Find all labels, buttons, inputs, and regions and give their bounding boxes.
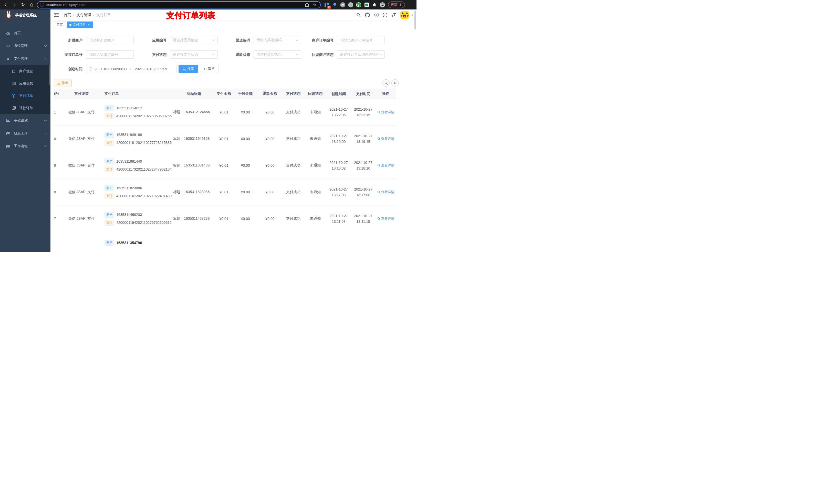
sidebar-item-refund-order[interactable]: 退款订单: [0, 102, 50, 114]
channel-pay-no: 4200001167202110271022491439: [116, 194, 172, 198]
refresh-icon: ↻: [204, 67, 207, 71]
browser-home-icon[interactable]: [29, 2, 34, 7]
filter-label-create-time: 创建时间: [54, 65, 82, 73]
filter-label-refund-status: 退款状态: [221, 50, 250, 58]
filter-label-channel-order-no: 渠道订单号: [54, 50, 82, 58]
search-icon[interactable]: [356, 13, 361, 17]
share-icon[interactable]: [305, 3, 309, 7]
chevron-down-icon: [379, 54, 382, 55]
site-info-icon[interactable]: i: [40, 3, 44, 7]
extension-y-icon[interactable]: y: [356, 2, 361, 7]
top-navbar: 首页 / 支付管理 / 支付订单 支付订单列表 ? TT ▾: [50, 9, 416, 21]
pay-status: 支付成功: [282, 163, 304, 168]
view-details-link[interactable]: 查看详情: [377, 163, 395, 168]
extension-command-icon[interactable]: ⌘: [340, 2, 345, 7]
channel-code-select[interactable]: 请输入渠道编码: [254, 36, 301, 44]
pay-tag: 支付: [104, 220, 114, 225]
view-details-link[interactable]: 查看详情: [377, 110, 395, 115]
sidebar-item-label: 商户信息: [19, 69, 33, 73]
sidebar: 芋道管理系统 首页 ⚙ 系统管理 ¥ 支付管理 商户信息 应用信息: [0, 9, 50, 252]
channel-order-no-input[interactable]: [86, 50, 134, 58]
sidebar-item-workflow[interactable]: 工作流程: [0, 140, 50, 153]
browser-forward-icon[interactable]: [12, 2, 17, 7]
view-details-link[interactable]: 查看详情: [377, 216, 395, 221]
clock-icon: [89, 67, 93, 71]
chevron-down-icon: [212, 54, 215, 55]
tab-home[interactable]: 首页: [54, 22, 65, 28]
sidebar-item-home[interactable]: 首页: [0, 27, 50, 40]
refresh-table-button[interactable]: ↻: [391, 79, 399, 87]
sidebar-item-infra[interactable]: 基础设施: [0, 114, 50, 127]
filter-label-merchant-order-no: 商户订单编号: [302, 36, 334, 44]
channel-pay-no: 4200001173202110272847982104: [116, 167, 172, 171]
sidebar-item-merchant-info[interactable]: 商户信息: [0, 65, 50, 77]
address-bar[interactable]: i localhost:1024/pay/order ☆: [37, 1, 321, 8]
owner-merchant-input[interactable]: [86, 36, 134, 44]
extension-workona-icon[interactable]: 10: [324, 2, 329, 7]
export-button[interactable]: 导出: [54, 79, 72, 87]
filter-label-channel-code: 渠道编码: [221, 36, 250, 44]
gear-icon: ⚙: [6, 44, 10, 48]
sidebar-item-label: 系统管理: [14, 44, 28, 48]
page-scrollbar[interactable]: [414, 10, 416, 29]
chevron-down-icon: [44, 120, 47, 122]
sidebar-item-app-info[interactable]: 应用信息: [0, 77, 50, 90]
refund-status-select[interactable]: 请选择退款状态: [254, 50, 301, 58]
merchant-tag: 商户: [104, 185, 114, 191]
extension-gem-icon[interactable]: [332, 2, 337, 7]
extension-chat-icon[interactable]: [364, 2, 369, 7]
help-icon[interactable]: ?: [374, 13, 379, 17]
sidebar-item-devtools[interactable]: 研发工具: [0, 127, 50, 140]
font-size-icon[interactable]: TT: [392, 13, 396, 18]
shop-icon: [11, 70, 16, 73]
extension-greendot-icon[interactable]: [348, 2, 353, 7]
avatar-caret-icon[interactable]: ▾: [412, 14, 413, 16]
breadcrumb-home[interactable]: 首页: [64, 13, 71, 18]
toggle-search-button[interactable]: [382, 79, 389, 87]
reset-button[interactable]: ↻ 重置: [200, 65, 219, 73]
merchant-order-no: 1635311949168: [116, 133, 142, 137]
app-title: 芋道管理系统: [15, 13, 37, 18]
extensions-puzzle-icon[interactable]: [372, 2, 377, 7]
app-no-select[interactable]: 请选择应用信息: [170, 36, 218, 44]
breadcrumb-pay[interactable]: 支付管理: [77, 13, 91, 18]
browser-back-icon[interactable]: [3, 2, 8, 7]
bookmark-star-icon[interactable]: ☆: [313, 2, 317, 7]
breadcrumb: 首页 / 支付管理 / 支付订单: [64, 13, 111, 18]
callback-status-select[interactable]: 请选择订单回调商户状态: [337, 50, 385, 58]
create-time-range-picker[interactable]: 2021-10-01 00:00:00 - 2021-10-31 23:59:5…: [86, 65, 177, 73]
documents-icon: [11, 106, 16, 110]
table-row: 21 微信 JSAPI 支付 商户1635312124657 支付4200001…: [54, 99, 396, 125]
sidebar-item-system[interactable]: ⚙ 系统管理: [0, 40, 50, 52]
sidebar-item-label: 研发工具: [14, 131, 28, 136]
sidebar-item-label: 应用信息: [19, 81, 33, 86]
sidebar-item-pay[interactable]: ¥ 支付管理: [0, 52, 50, 65]
view-details-link[interactable]: 查看详情: [377, 190, 395, 194]
user-avatar[interactable]: [400, 11, 409, 19]
tags-view-bar: 首页 支付订单 ×: [50, 21, 416, 29]
merchant-order-no-input[interactable]: [337, 36, 385, 44]
browser-toolbar: ↻ i localhost:1024/pay/order ☆ 10 ⌘ y 😀 …: [0, 0, 416, 9]
table-row: 17 微信 JSAPI 支付 商户1635311468233 支付4200001…: [54, 206, 396, 232]
pay-status-select[interactable]: 请选择支付状态: [170, 50, 218, 58]
browser-update-button[interactable]: 更新⋮: [388, 2, 405, 8]
app-logo[interactable]: 芋道管理系统: [0, 9, 50, 21]
merchant-order-no: 1635312124657: [116, 106, 142, 110]
close-tab-icon[interactable]: ×: [87, 23, 90, 27]
sidebar-scrollbar[interactable]: [49, 65, 50, 85]
search-button[interactable]: 搜索: [178, 65, 198, 73]
chevron-down-icon: [44, 133, 47, 135]
main-area: 首页 / 支付管理 / 支付订单 支付订单列表 ? TT ▾ 首页 支付订单 ×…: [50, 9, 416, 252]
page-title-annotation: 支付订单列表: [166, 10, 215, 21]
sidebar-item-pay-order[interactable]: 支付订单: [0, 90, 50, 102]
github-icon[interactable]: [365, 13, 370, 18]
collapse-sidebar-icon[interactable]: [54, 13, 59, 17]
toolbox-icon: [6, 132, 10, 135]
table-row: 商户1635311354796: [54, 232, 396, 252]
browser-profile-avatar[interactable]: 😀: [380, 2, 385, 7]
fullscreen-icon[interactable]: [383, 13, 387, 17]
browser-reload-icon[interactable]: ↻: [21, 2, 26, 7]
merchant-order-no: 1635311881440: [116, 159, 142, 163]
tab-pay-order[interactable]: 支付订单 ×: [67, 22, 93, 28]
view-details-link[interactable]: 查看详情: [377, 137, 395, 141]
